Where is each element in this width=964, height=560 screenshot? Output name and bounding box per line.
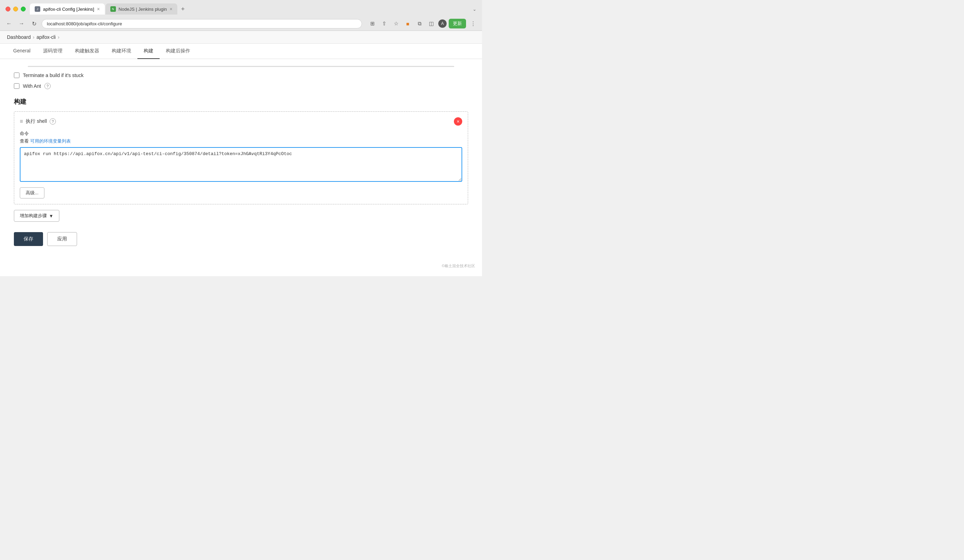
menu-icon[interactable]: ⋮	[468, 19, 478, 28]
advanced-button[interactable]: 高级...	[20, 187, 44, 199]
terminate-checkbox[interactable]	[14, 73, 20, 78]
tab-env[interactable]: 构建环境	[106, 44, 137, 59]
tab-bar: J apifox-cli Config [Jenkins] × N NodeJS…	[30, 3, 473, 15]
nodejs-icon: N	[110, 6, 116, 12]
profile-icon[interactable]: A	[438, 20, 446, 28]
config-tabs: General 源码管理 构建触发器 构建环境 构建 构建后操作	[0, 44, 482, 59]
tab-apifox-cli-config[interactable]: J apifox-cli Config [Jenkins] ×	[30, 3, 105, 15]
terminate-checkbox-row: Terminate a build if it's stuck	[14, 73, 468, 78]
jenkins-icon: J	[35, 6, 40, 12]
sidebar-icon[interactable]: ◫	[427, 19, 436, 28]
with-ant-label: With Ant	[23, 83, 41, 89]
add-step-label: 增加构建步骤	[20, 213, 47, 219]
add-step-icon: ▼	[49, 213, 54, 218]
breadcrumb-apifox-cli[interactable]: apifox-cli	[36, 34, 55, 40]
command-textarea[interactable]	[20, 147, 462, 182]
brave-icon[interactable]: ■	[403, 19, 413, 28]
tab-label: NodeJS | Jenkins plugin	[119, 7, 167, 12]
back-button[interactable]: ←	[4, 19, 14, 28]
forward-button[interactable]: →	[17, 19, 26, 28]
address-bar-row: ← → ↻ localhost:8080/job/apifox-cli/conf…	[0, 17, 482, 31]
with-ant-checkbox-row: With Ant ?	[14, 83, 468, 89]
build-block-title: ≡ 执行 shell ?	[20, 118, 56, 125]
share-icon[interactable]: ⇧	[379, 19, 389, 28]
tab-scm[interactable]: 源码管理	[37, 44, 69, 59]
tab-build[interactable]: 构建	[137, 44, 160, 59]
env-link-prefix: 查看	[20, 138, 29, 144]
build-block-close-button[interactable]: ×	[454, 117, 462, 125]
build-block-label: 执行 shell	[26, 118, 47, 125]
add-step-button[interactable]: 增加构建步骤 ▼	[14, 210, 59, 222]
build-section-header: 构建	[14, 98, 468, 106]
breadcrumb: Dashboard › apifox-cli ›	[0, 31, 482, 44]
page-content: Dashboard › apifox-cli › General 源码管理 构建…	[0, 31, 482, 276]
breadcrumb-sep-1: ›	[33, 34, 35, 40]
refresh-button[interactable]: ↻	[29, 19, 39, 28]
browser-actions: ⊞ ⇧ ☆ ■ ⧉ ◫ A 更新 ⋮	[368, 19, 478, 28]
tab-general[interactable]: General	[7, 44, 37, 59]
drag-handle-icon[interactable]: ≡	[20, 118, 23, 125]
new-tab-button[interactable]: +	[178, 4, 188, 14]
browser-chrome: J apifox-cli Config [Jenkins] × N NodeJS…	[0, 0, 482, 31]
close-window-button[interactable]	[6, 7, 10, 11]
command-label: 命令	[20, 130, 462, 137]
with-ant-checkbox[interactable]	[14, 83, 20, 89]
footer-text: ©椿土混全技术社区	[442, 264, 475, 268]
tab-triggers[interactable]: 构建触发器	[69, 44, 106, 59]
build-block-header: ≡ 执行 shell ? ×	[20, 117, 462, 125]
breadcrumb-sep-2: ›	[58, 34, 59, 40]
save-button[interactable]: 保存	[14, 232, 43, 246]
expand-button[interactable]: ⌄	[473, 7, 476, 12]
bookmark-icon[interactable]: ☆	[391, 19, 401, 28]
minimize-window-button[interactable]	[13, 7, 18, 11]
update-button[interactable]: 更新	[449, 19, 466, 28]
tab-post[interactable]: 构建后操作	[160, 44, 196, 59]
tab-close-button[interactable]: ×	[170, 6, 173, 12]
build-block: ≡ 执行 shell ? × 命令 查看 可用的环境变量列表 高级...	[14, 111, 468, 204]
env-variables-link[interactable]: 查看 可用的环境变量列表	[20, 138, 462, 144]
extensions-icon[interactable]: ⧉	[415, 19, 424, 28]
breadcrumb-dashboard[interactable]: Dashboard	[7, 34, 31, 40]
tab-label: apifox-cli Config [Jenkins]	[43, 7, 94, 12]
config-body: Terminate a build if it's stuck With Ant…	[0, 59, 482, 260]
shell-help-icon[interactable]: ?	[50, 118, 56, 125]
fullscreen-window-button[interactable]	[21, 7, 26, 11]
address-text: localhost:8080/job/apifox-cli/configure	[47, 21, 122, 26]
env-link-text: 可用的环境变量列表	[30, 138, 71, 144]
traffic-lights	[6, 7, 26, 11]
terminate-label: Terminate a build if it's stuck	[23, 73, 84, 78]
translate-icon[interactable]: ⊞	[368, 19, 377, 28]
address-field[interactable]: localhost:8080/job/apifox-cli/configure	[42, 19, 362, 28]
action-buttons: 保存 应用	[14, 232, 468, 253]
with-ant-help-icon[interactable]: ?	[44, 83, 50, 89]
footer: ©椿土混全技术社区	[0, 260, 482, 272]
tab-close-button[interactable]: ×	[97, 6, 99, 12]
apply-button[interactable]: 应用	[47, 232, 77, 246]
tab-nodejs-plugin[interactable]: N NodeJS | Jenkins plugin ×	[106, 3, 177, 15]
